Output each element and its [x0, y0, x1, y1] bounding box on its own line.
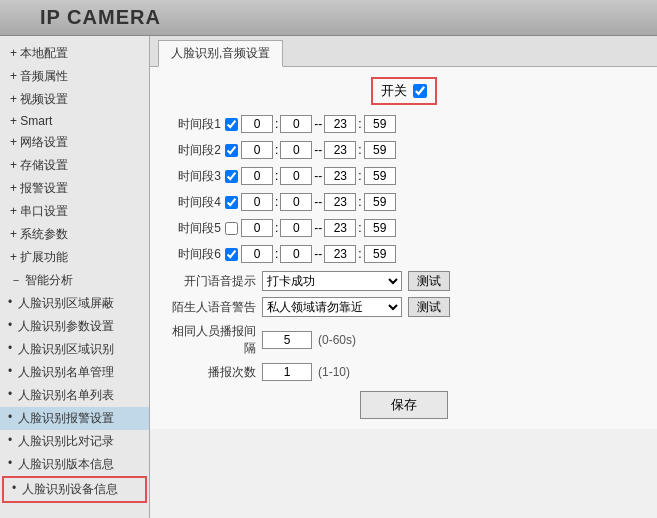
sidebar: + 本地配置 + 音频属性 + 视频设置 + Smart + 网络设置 + 存储…: [0, 36, 150, 518]
sidebar-item-local-config[interactable]: + 本地配置: [0, 42, 149, 65]
time-slot-6-label: 时间段6: [166, 246, 221, 263]
stranger-voice-label: 陌生人语音警告: [166, 299, 256, 316]
open-door-voice-select[interactable]: 打卡成功: [262, 271, 402, 291]
broadcast-count-label: 播报次数: [166, 364, 256, 381]
broadcast-count-range: (1-10): [318, 365, 350, 379]
time-slot-2-start-h[interactable]: [241, 141, 273, 159]
same-person-interval-row: 相同人员播报间隔 (0-60s): [166, 323, 641, 357]
time-slot-5-end-m[interactable]: [364, 219, 396, 237]
time-slot-6: 时间段6 : -- :: [166, 243, 641, 265]
time-slot-4-label: 时间段4: [166, 194, 221, 211]
tab-face-audio-settings[interactable]: 人脸识别,音频设置: [158, 40, 283, 67]
app-title: IP CAMERA: [40, 6, 161, 29]
save-row: 保存: [166, 391, 641, 419]
time-slot-4-start-h[interactable]: [241, 193, 273, 211]
broadcast-count-row: 播报次数 (1-10): [166, 363, 641, 381]
sidebar-item-smart[interactable]: + Smart: [0, 111, 149, 131]
time-slot-1-checkbox[interactable]: [225, 118, 238, 131]
same-person-interval-label: 相同人员播报间隔: [166, 323, 256, 357]
sidebar-item-serial-settings[interactable]: + 串口设置: [0, 200, 149, 223]
sidebar-item-smart-analysis[interactable]: － 智能分析: [0, 269, 149, 292]
sidebar-item-face-version[interactable]: 人脸识别版本信息: [0, 453, 149, 476]
switch-container: 开关: [371, 77, 437, 105]
open-door-voice-test-button[interactable]: 测试: [408, 271, 450, 291]
sidebar-item-face-name-list[interactable]: 人脸识别名单列表: [0, 384, 149, 407]
time-slot-6-start-h[interactable]: [241, 245, 273, 263]
time-slot-2-end-m[interactable]: [364, 141, 396, 159]
content-area: 人脸识别,音频设置 开关 时间段1 : --: [150, 36, 657, 518]
stranger-voice-row: 陌生人语音警告 私人领域请勿靠近 测试: [166, 297, 641, 317]
time-slot-6-end-h[interactable]: [324, 245, 356, 263]
time-slot-5: 时间段5 : -- :: [166, 217, 641, 239]
sidebar-item-alarm-settings[interactable]: + 报警设置: [0, 177, 149, 200]
time-slot-5-start-h[interactable]: [241, 219, 273, 237]
main-layout: + 本地配置 + 音频属性 + 视频设置 + Smart + 网络设置 + 存储…: [0, 36, 657, 518]
time-slot-2-label: 时间段2: [166, 142, 221, 159]
sidebar-item-face-name-mgmt[interactable]: 人脸识别名单管理: [0, 361, 149, 384]
sidebar-item-video-settings[interactable]: + 视频设置: [0, 88, 149, 111]
sidebar-item-audio-props[interactable]: + 音频属性: [0, 65, 149, 88]
sidebar-item-system-params[interactable]: + 系统参数: [0, 223, 149, 246]
sidebar-item-network-settings[interactable]: + 网络设置: [0, 131, 149, 154]
sidebar-item-face-params[interactable]: 人脸识别参数设置: [0, 315, 149, 338]
sidebar-item-face-compare-log[interactable]: 人脸识别比对记录: [0, 430, 149, 453]
time-slot-6-checkbox[interactable]: [225, 248, 238, 261]
switch-label: 开关: [381, 82, 407, 100]
time-slot-1-start-h[interactable]: [241, 115, 273, 133]
tab-bar: 人脸识别,音频设置: [150, 36, 657, 67]
time-slot-1-end-m[interactable]: [364, 115, 396, 133]
time-slot-3-end-m[interactable]: [364, 167, 396, 185]
time-slot-1: 时间段1 : -- :: [166, 113, 641, 135]
time-slot-3-end-h[interactable]: [324, 167, 356, 185]
stranger-voice-select[interactable]: 私人领域请勿靠近: [262, 297, 402, 317]
sidebar-item-face-device-info[interactable]: 人脸识别设备信息: [2, 476, 147, 503]
open-door-voice-label: 开门语音提示: [166, 273, 256, 290]
form-area: 开关 时间段1 : -- :: [150, 67, 657, 429]
switch-checkbox[interactable]: [413, 84, 427, 98]
time-slot-2-start-m[interactable]: [280, 141, 312, 159]
sidebar-submenu: 人脸识别区域屏蔽 人脸识别参数设置 人脸识别区域识别 人脸识别名单管理 人脸识别…: [0, 292, 149, 503]
same-person-interval-input[interactable]: [262, 331, 312, 349]
time-slot-1-start-m[interactable]: [280, 115, 312, 133]
sidebar-item-face-region-mask[interactable]: 人脸识别区域屏蔽: [0, 292, 149, 315]
time-slot-4-checkbox[interactable]: [225, 196, 238, 209]
open-door-voice-row: 开门语音提示 打卡成功 测试: [166, 271, 641, 291]
save-button[interactable]: 保存: [360, 391, 448, 419]
time-slot-5-label: 时间段5: [166, 220, 221, 237]
sidebar-item-storage-settings[interactable]: + 存储设置: [0, 154, 149, 177]
time-slot-5-start-m[interactable]: [280, 219, 312, 237]
time-slot-5-checkbox[interactable]: [225, 222, 238, 235]
time-slot-3-checkbox[interactable]: [225, 170, 238, 183]
time-slot-4-start-m[interactable]: [280, 193, 312, 211]
time-slot-3-label: 时间段3: [166, 168, 221, 185]
time-slot-3-start-m[interactable]: [280, 167, 312, 185]
time-slot-2-checkbox[interactable]: [225, 144, 238, 157]
time-slot-5-end-h[interactable]: [324, 219, 356, 237]
broadcast-count-input[interactable]: [262, 363, 312, 381]
stranger-voice-test-button[interactable]: 测试: [408, 297, 450, 317]
header: IP CAMERA: [0, 0, 657, 36]
time-slot-4: 时间段4 : -- :: [166, 191, 641, 213]
time-slot-2: 时间段2 : -- :: [166, 139, 641, 161]
time-slots: 时间段1 : -- : 时间段2 : --: [166, 113, 641, 265]
sidebar-item-face-alarm-settings[interactable]: 人脸识别报警设置: [0, 407, 149, 430]
same-person-interval-range: (0-60s): [318, 333, 356, 347]
time-slot-4-end-m[interactable]: [364, 193, 396, 211]
time-slot-3-start-h[interactable]: [241, 167, 273, 185]
time-slot-6-end-m[interactable]: [364, 245, 396, 263]
time-slot-4-end-h[interactable]: [324, 193, 356, 211]
sidebar-item-face-region-recog[interactable]: 人脸识别区域识别: [0, 338, 149, 361]
time-slot-1-end-h[interactable]: [324, 115, 356, 133]
sidebar-item-extended-func[interactable]: + 扩展功能: [0, 246, 149, 269]
time-slot-3: 时间段3 : -- :: [166, 165, 641, 187]
time-slot-1-label: 时间段1: [166, 116, 221, 133]
time-slot-2-end-h[interactable]: [324, 141, 356, 159]
time-slot-6-start-m[interactable]: [280, 245, 312, 263]
